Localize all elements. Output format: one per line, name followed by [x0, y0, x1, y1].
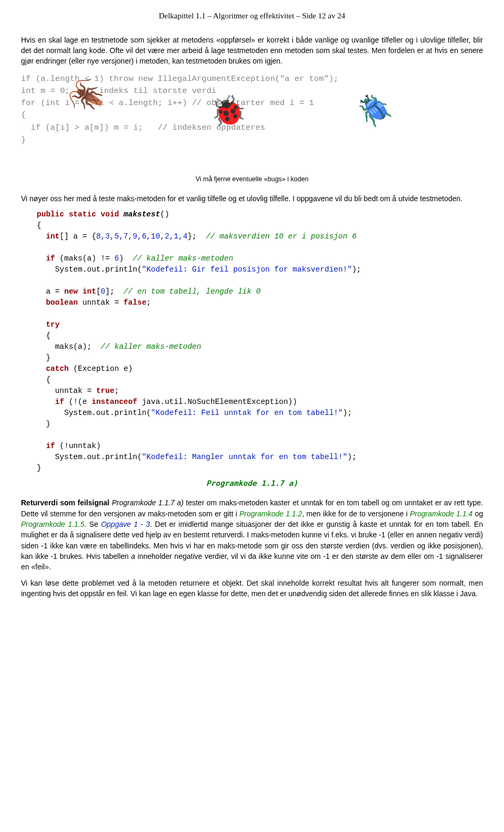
bug-icon-ladybug: 🐞	[210, 98, 247, 128]
progcode-link-114[interactable]: Programkode 1.1.4	[410, 509, 472, 518]
bugs-illustration: if (a.length < 1) throw new IllegalArgum…	[21, 73, 483, 170]
test-description-paragraph: Vi nøyer oss her med å teste maks-metode…	[21, 193, 483, 204]
program-code-label: Programkode 1.1.7 a)	[21, 478, 483, 489]
return-value-paragraph: Returverdi som feilsignal Programkode 1.…	[21, 497, 483, 572]
bug-icon-cockroach: 🪳	[65, 78, 108, 116]
var-a: a	[131, 552, 135, 560]
bug-code-background: if (a.length < 1) throw new IllegalArgum…	[21, 73, 339, 147]
section-title: Returverdi som feilsignal	[21, 498, 112, 507]
progcode-link-115[interactable]: Programkode 1.1.5	[21, 520, 85, 528]
bug-icon-beetle: 🪲	[357, 98, 394, 128]
exercise-link-1-3[interactable]: Oppgave 1 - 3	[101, 520, 150, 528]
progcode-link-112[interactable]: Programkode 1.1.2	[239, 509, 302, 518]
page-header: Delkapittel 1.1 – Algoritmer og effektiv…	[21, 11, 483, 22]
intro-paragraph: Hvis en skal lage en testmetode som sjek…	[21, 35, 483, 67]
progcode-ref-117a: Programkode 1.1.7 a)	[112, 498, 184, 507]
illustration-caption: Vi må fjerne eventuelle «bugs» i koden	[21, 174, 483, 184]
code-block-makstest: public static void makstest() { int[] a …	[37, 209, 483, 474]
closing-paragraph: Vi kan løse dette problemet ved å la met…	[21, 578, 483, 599]
